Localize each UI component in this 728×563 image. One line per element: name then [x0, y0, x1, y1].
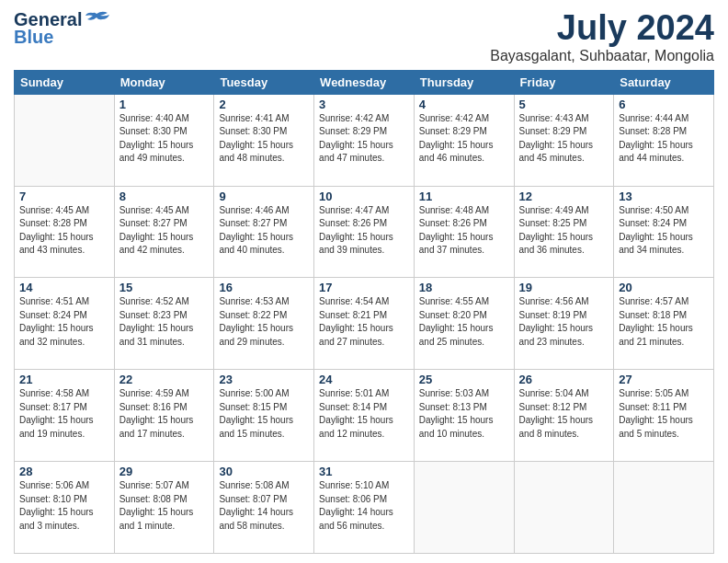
day-number: 8 [119, 190, 210, 203]
calendar-day-cell: 9Sunrise: 4:46 AM Sunset: 8:27 PM Daylig… [214, 186, 314, 278]
day-info: Sunrise: 4:49 AM Sunset: 8:25 PM Dayligh… [519, 204, 609, 258]
calendar-body: 1Sunrise: 4:40 AM Sunset: 8:30 PM Daylig… [15, 94, 714, 553]
calendar-day-cell [15, 94, 115, 186]
day-info: Sunrise: 5:06 AM Sunset: 8:10 PM Dayligh… [19, 479, 109, 533]
day-number: 3 [319, 98, 409, 111]
calendar-day-cell: 8Sunrise: 4:45 AM Sunset: 8:27 PM Daylig… [114, 186, 214, 278]
weekday-header-cell: Wednesday [314, 70, 415, 94]
day-number: 30 [219, 465, 309, 478]
day-info: Sunrise: 4:45 AM Sunset: 8:27 PM Dayligh… [119, 204, 210, 258]
day-info: Sunrise: 5:00 AM Sunset: 8:15 PM Dayligh… [219, 387, 309, 441]
day-info: Sunrise: 4:50 AM Sunset: 8:24 PM Dayligh… [619, 204, 709, 258]
day-number: 2 [219, 98, 309, 111]
day-number: 11 [419, 190, 509, 203]
day-info: Sunrise: 4:58 AM Sunset: 8:17 PM Dayligh… [19, 387, 109, 441]
calendar-day-cell [514, 462, 614, 554]
calendar-day-cell: 13Sunrise: 4:50 AM Sunset: 8:24 PM Dayli… [614, 186, 714, 278]
day-info: Sunrise: 4:53 AM Sunset: 8:22 PM Dayligh… [219, 295, 309, 349]
day-info: Sunrise: 5:05 AM Sunset: 8:11 PM Dayligh… [619, 387, 709, 441]
day-number: 6 [619, 98, 709, 111]
calendar-day-cell: 24Sunrise: 5:01 AM Sunset: 8:14 PM Dayli… [314, 370, 415, 462]
calendar-week-row: 28Sunrise: 5:06 AM Sunset: 8:10 PM Dayli… [15, 462, 714, 554]
day-number: 19 [519, 281, 609, 294]
day-info: Sunrise: 5:04 AM Sunset: 8:12 PM Dayligh… [519, 387, 609, 441]
calendar-day-cell [614, 462, 714, 554]
day-number: 12 [519, 190, 609, 203]
day-number: 25 [419, 373, 509, 386]
page: General Blue July 2024 Bayasgalant, Suhb… [0, 0, 728, 563]
day-info: Sunrise: 4:59 AM Sunset: 8:16 PM Dayligh… [119, 387, 210, 441]
calendar-day-cell: 21Sunrise: 4:58 AM Sunset: 8:17 PM Dayli… [15, 370, 115, 462]
calendar-day-cell: 7Sunrise: 4:45 AM Sunset: 8:28 PM Daylig… [15, 186, 115, 278]
calendar-table: SundayMondayTuesdayWednesdayThursdayFrid… [14, 70, 714, 554]
day-info: Sunrise: 5:07 AM Sunset: 8:08 PM Dayligh… [119, 479, 210, 533]
day-number: 28 [19, 465, 109, 478]
header: General Blue July 2024 Bayasgalant, Suhb… [14, 9, 714, 64]
month-title: July 2024 [490, 9, 714, 48]
day-number: 10 [319, 190, 409, 203]
day-number: 4 [419, 98, 509, 111]
day-info: Sunrise: 4:45 AM Sunset: 8:28 PM Dayligh… [19, 204, 109, 258]
day-number: 31 [319, 465, 409, 478]
calendar-day-cell: 5Sunrise: 4:43 AM Sunset: 8:29 PM Daylig… [514, 94, 614, 186]
day-number: 22 [119, 373, 210, 386]
calendar-week-row: 21Sunrise: 4:58 AM Sunset: 8:17 PM Dayli… [15, 370, 714, 462]
day-info: Sunrise: 5:10 AM Sunset: 8:06 PM Dayligh… [319, 479, 409, 533]
day-info: Sunrise: 4:46 AM Sunset: 8:27 PM Dayligh… [219, 204, 309, 258]
day-number: 29 [119, 465, 210, 478]
calendar-week-row: 1Sunrise: 4:40 AM Sunset: 8:30 PM Daylig… [15, 94, 714, 186]
day-number: 17 [319, 281, 409, 294]
day-info: Sunrise: 5:03 AM Sunset: 8:13 PM Dayligh… [419, 387, 509, 441]
day-info: Sunrise: 4:54 AM Sunset: 8:21 PM Dayligh… [319, 295, 409, 349]
location-title: Bayasgalant, Suhbaatar, Mongolia [490, 48, 714, 64]
day-number: 26 [519, 373, 609, 386]
day-number: 5 [519, 98, 609, 111]
day-info: Sunrise: 4:41 AM Sunset: 8:30 PM Dayligh… [219, 112, 309, 166]
calendar-day-cell: 14Sunrise: 4:51 AM Sunset: 8:24 PM Dayli… [15, 278, 115, 370]
day-number: 18 [419, 281, 509, 294]
calendar-day-cell: 17Sunrise: 4:54 AM Sunset: 8:21 PM Dayli… [314, 278, 415, 370]
weekday-header-cell: Thursday [414, 70, 514, 94]
calendar-day-cell: 4Sunrise: 4:42 AM Sunset: 8:29 PM Daylig… [414, 94, 514, 186]
weekday-header-cell: Sunday [15, 70, 115, 94]
day-info: Sunrise: 4:40 AM Sunset: 8:30 PM Dayligh… [119, 112, 210, 166]
day-info: Sunrise: 5:01 AM Sunset: 8:14 PM Dayligh… [319, 387, 409, 441]
calendar-day-cell: 2Sunrise: 4:41 AM Sunset: 8:30 PM Daylig… [214, 94, 314, 186]
day-number: 1 [119, 98, 210, 111]
calendar-day-cell: 25Sunrise: 5:03 AM Sunset: 8:13 PM Dayli… [414, 370, 514, 462]
calendar-day-cell [414, 462, 514, 554]
calendar-day-cell: 29Sunrise: 5:07 AM Sunset: 8:08 PM Dayli… [114, 462, 214, 554]
day-info: Sunrise: 4:43 AM Sunset: 8:29 PM Dayligh… [519, 112, 609, 166]
calendar-day-cell: 23Sunrise: 5:00 AM Sunset: 8:15 PM Dayli… [214, 370, 314, 462]
day-number: 14 [19, 281, 109, 294]
weekday-header-cell: Saturday [614, 70, 714, 94]
day-number: 23 [219, 373, 309, 386]
weekday-header-row: SundayMondayTuesdayWednesdayThursdayFrid… [15, 70, 714, 94]
day-info: Sunrise: 4:42 AM Sunset: 8:29 PM Dayligh… [419, 112, 509, 166]
logo-bird-icon [84, 10, 109, 30]
day-number: 15 [119, 281, 210, 294]
day-number: 21 [19, 373, 109, 386]
calendar-day-cell: 15Sunrise: 4:52 AM Sunset: 8:23 PM Dayli… [114, 278, 214, 370]
calendar-day-cell: 22Sunrise: 4:59 AM Sunset: 8:16 PM Dayli… [114, 370, 214, 462]
calendar-day-cell: 6Sunrise: 4:44 AM Sunset: 8:28 PM Daylig… [614, 94, 714, 186]
calendar-week-row: 7Sunrise: 4:45 AM Sunset: 8:28 PM Daylig… [15, 186, 714, 278]
day-info: Sunrise: 4:55 AM Sunset: 8:20 PM Dayligh… [419, 295, 509, 349]
calendar-day-cell: 28Sunrise: 5:06 AM Sunset: 8:10 PM Dayli… [15, 462, 115, 554]
day-number: 24 [319, 373, 409, 386]
day-info: Sunrise: 5:08 AM Sunset: 8:07 PM Dayligh… [219, 479, 309, 533]
logo: General Blue [14, 9, 109, 48]
title-area: July 2024 Bayasgalant, Suhbaatar, Mongol… [490, 9, 714, 64]
calendar-day-cell: 30Sunrise: 5:08 AM Sunset: 8:07 PM Dayli… [214, 462, 314, 554]
day-number: 7 [19, 190, 109, 203]
calendar-day-cell: 19Sunrise: 4:56 AM Sunset: 8:19 PM Dayli… [514, 278, 614, 370]
day-info: Sunrise: 4:48 AM Sunset: 8:26 PM Dayligh… [419, 204, 509, 258]
day-info: Sunrise: 4:44 AM Sunset: 8:28 PM Dayligh… [619, 112, 709, 166]
calendar-day-cell: 26Sunrise: 5:04 AM Sunset: 8:12 PM Dayli… [514, 370, 614, 462]
day-info: Sunrise: 4:51 AM Sunset: 8:24 PM Dayligh… [19, 295, 109, 349]
day-number: 13 [619, 190, 709, 203]
calendar-day-cell: 20Sunrise: 4:57 AM Sunset: 8:18 PM Dayli… [614, 278, 714, 370]
weekday-header-cell: Friday [514, 70, 614, 94]
weekday-header-cell: Tuesday [214, 70, 314, 94]
calendar-day-cell: 18Sunrise: 4:55 AM Sunset: 8:20 PM Dayli… [414, 278, 514, 370]
